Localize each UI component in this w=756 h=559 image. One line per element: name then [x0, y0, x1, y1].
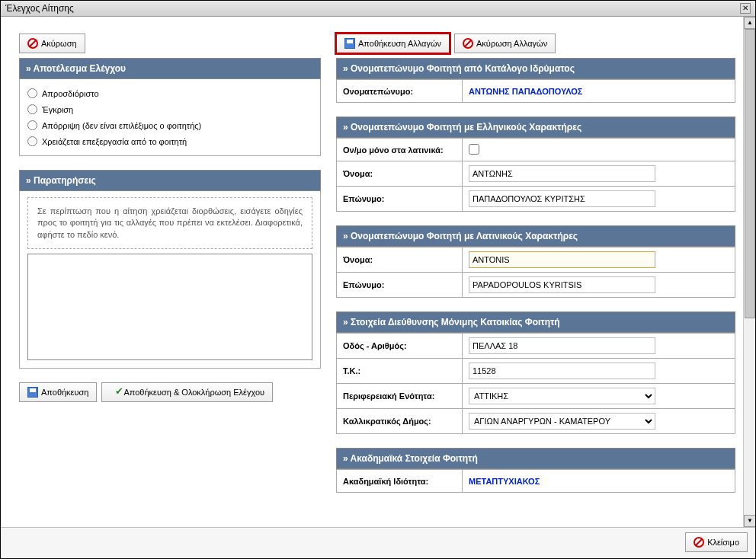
academic-status-row: Ακαδημαϊκή Ιδιότητα: ΜΕΤΑΠΤΥΧΙΑΚΟΣ	[337, 470, 735, 493]
greek-section: » Ονοματεπώνυμο Φοιτητή με Ελληνικούς Χα…	[336, 117, 735, 212]
radio-approve-label: Έγκριση	[42, 105, 73, 114]
radio-approve[interactable]: Έγκριση	[27, 101, 312, 117]
catalog-header: » Ονοματεπώνυμο Φοιτητή από Κατάλογο Ιδρ…	[336, 58, 735, 79]
radio-needs-edit[interactable]: Χρειάζεται επεξεργασία από το φοιτητή	[27, 133, 312, 149]
save-button-label: Αποθήκευση	[41, 388, 88, 397]
scrollbar-thumb[interactable]	[745, 29, 755, 318]
address-header: » Στοιχεία Διεύθυνσης Μόνιμης Κατοικίας …	[336, 311, 735, 333]
notes-section: » Παρατηρήσεις Σε περίπτωση που η αίτηση…	[19, 170, 321, 369]
save-complete-button[interactable]: Αποθήκευση & Ολοκλήρωση Ελέγχου	[101, 382, 273, 402]
catalog-fullname-label: Ονοματεπώνυμο:	[337, 80, 463, 103]
address-muni-row: Καλλικρατικός Δήμος: ΑΓΙΩΝ ΑΝΑΡΓΥΡΩΝ - Κ…	[337, 409, 735, 434]
radio-reject-input[interactable]	[27, 120, 37, 130]
close-button-label: Κλείσιμο	[707, 538, 739, 547]
cancel-button-label: Ακύρωση	[41, 39, 77, 48]
greek-lastname-label: Επώνυμο:	[337, 187, 463, 212]
window-close-button[interactable]: ✕	[740, 3, 751, 14]
notes-header: » Παρατηρήσεις	[19, 170, 321, 191]
cancel-button[interactable]: Ακύρωση	[19, 34, 85, 53]
radio-approve-input[interactable]	[27, 104, 37, 114]
greek-latin-only-label: Ον/μο μόνο στα λατινικά:	[337, 139, 463, 161]
save-button[interactable]: Αποθήκευση	[19, 382, 97, 402]
address-region-label: Περιφερειακή Ενότητα:	[337, 384, 463, 409]
cancel-icon	[694, 537, 704, 548]
result-section: » Αποτέλεσμα Ελέγχου Απροσδιόριστο Έγκρι…	[19, 58, 321, 156]
catalog-section: » Ονοματεπώνυμο Φοιτητή από Κατάλογο Ιδρ…	[336, 58, 735, 103]
greek-latin-only-row: Ον/μο μόνο στα λατινικά:	[337, 139, 735, 161]
latin-header: » Ονοματεπώνυμο Φοιτητή με Λατινικούς Χα…	[336, 225, 735, 247]
latin-firstname-label: Όνομα:	[337, 248, 463, 273]
greek-lastname-input[interactable]	[469, 190, 655, 207]
footer-bar: Κλείσιμο	[1, 527, 755, 557]
save-complete-button-label: Αποθήκευση & Ολοκλήρωση Ελέγχου	[123, 388, 264, 397]
window-titlebar: Έλεγχος Αίτησης ✕	[1, 1, 755, 17]
greek-latin-only-checkbox[interactable]	[469, 144, 479, 155]
latin-lastname-label: Επώνυμο:	[337, 273, 463, 298]
greek-firstname-input[interactable]	[469, 165, 655, 182]
radio-undetermined-input[interactable]	[27, 88, 37, 98]
notes-hint: Σε περίπτωση που η αίτηση χρειάζεται διο…	[27, 197, 312, 249]
academic-status-value: ΜΕΤΑΠΤΥΧΙΑΚΟΣ	[469, 477, 540, 486]
address-region-select[interactable]: ΑΤΤΙΚΗΣ	[469, 388, 655, 404]
greek-lastname-row: Επώνυμο:	[337, 187, 735, 212]
radio-reject[interactable]: Απόρριψη (δεν είναι επιλέξιμος ο φοιτητή…	[27, 117, 312, 133]
scrollbar-up-arrow[interactable]: ▲	[744, 17, 755, 29]
main-area: Ακύρωση » Αποτέλεσμα Ελέγχου Απροσδιόρισ…	[1, 17, 755, 527]
radio-reject-label: Απόρριψη (δεν είναι επιλέξιμος ο φοιτητή…	[42, 121, 201, 130]
left-column: Ακύρωση » Αποτέλεσμα Ελέγχου Απροσδιόρισ…	[8, 24, 328, 527]
address-street-row: Οδός - Αριθμός:	[337, 334, 735, 359]
scrollbar-down-arrow[interactable]: ▼	[744, 515, 755, 527]
cancel-icon	[27, 38, 38, 49]
save-changes-label: Αποθήκευση Αλλαγών	[358, 39, 441, 48]
radio-undetermined-label: Απροσδιόριστο	[42, 89, 99, 98]
window-title: Έλεγχος Αίτησης	[5, 3, 74, 14]
latin-firstname-input[interactable]	[469, 251, 655, 268]
greek-firstname-label: Όνομα:	[337, 161, 463, 187]
address-muni-label: Καλλικρατικός Δήμος:	[337, 409, 463, 434]
result-header: » Αποτέλεσμα Ελέγχου	[19, 58, 321, 79]
catalog-fullname-value: ΑΝΤΩΝΗΣ ΠΑΠΑΔΟΠΟΥΛΟΣ	[469, 87, 582, 96]
address-street-input[interactable]	[469, 337, 655, 354]
close-button[interactable]: Κλείσιμο	[685, 532, 748, 552]
greek-header: » Ονοματεπώνυμο Φοιτητή με Ελληνικούς Χα…	[336, 117, 735, 138]
save-changes-button[interactable]: Αποθήκευση Αλλαγών	[336, 34, 450, 53]
latin-section: » Ονοματεπώνυμο Φοιτητή με Λατινικούς Χα…	[336, 225, 735, 298]
address-section: » Στοιχεία Διεύθυνσης Μόνιμης Κατοικίας …	[336, 311, 735, 434]
academic-section: » Ακαδημαϊκά Στοιχεία Φοιτητή Ακαδημαϊκή…	[336, 448, 735, 493]
address-muni-select[interactable]: ΑΓΙΩΝ ΑΝΑΡΓΥΡΩΝ - ΚΑΜΑΤΕΡΟΥ	[469, 413, 655, 430]
latin-lastname-input[interactable]	[469, 276, 655, 293]
academic-status-label: Ακαδημαϊκή Ιδιότητα:	[337, 470, 463, 493]
cancel-changes-button[interactable]: Ακύρωση Αλλαγών	[454, 34, 556, 53]
address-region-row: Περιφερειακή Ενότητα: ΑΤΤΙΚΗΣ	[337, 384, 735, 409]
latin-lastname-row: Επώνυμο:	[337, 273, 735, 298]
radio-undetermined[interactable]: Απροσδιόριστο	[27, 85, 312, 101]
save-icon	[344, 38, 355, 49]
cancel-icon	[463, 38, 473, 49]
radio-needs-edit-input[interactable]	[27, 136, 37, 146]
latin-firstname-row: Όνομα:	[337, 248, 735, 273]
notes-textarea[interactable]	[27, 254, 312, 360]
save-icon	[27, 387, 38, 398]
radio-needs-edit-label: Χρειάζεται επεξεργασία από το φοιτητή	[42, 137, 187, 146]
address-street-label: Οδός - Αριθμός:	[337, 334, 463, 359]
catalog-fullname-row: Ονοματεπώνυμο: ΑΝΤΩΝΗΣ ΠΑΠΑΔΟΠΟΥΛΟΣ	[337, 80, 735, 103]
address-zip-row: Τ.Κ.:	[337, 359, 735, 384]
greek-firstname-row: Όνομα:	[337, 161, 735, 187]
address-zip-input[interactable]	[469, 363, 655, 379]
right-column: Αποθήκευση Αλλαγών Ακύρωση Αλλαγών » Ονο…	[328, 24, 751, 527]
scrollbar[interactable]: ▲ ▼	[743, 17, 755, 527]
check-icon	[110, 387, 120, 398]
cancel-changes-label: Ακύρωση Αλλαγών	[476, 39, 547, 48]
academic-header: » Ακαδημαϊκά Στοιχεία Φοιτητή	[336, 448, 735, 469]
address-zip-label: Τ.Κ.:	[337, 359, 463, 384]
